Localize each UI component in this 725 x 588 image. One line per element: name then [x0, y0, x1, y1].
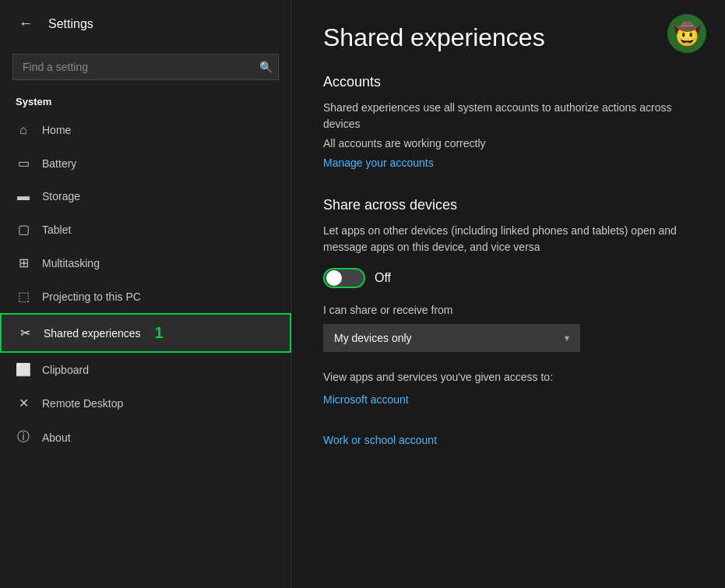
dropdown-value: My devices only: [334, 332, 412, 344]
sidebar-item-tablet[interactable]: ▢ Tablet: [0, 213, 291, 246]
manage-accounts-link[interactable]: Manage your accounts: [323, 157, 434, 169]
multitasking-icon: ⊞: [16, 255, 31, 270]
sidebar-item-multitasking[interactable]: ⊞ Multitasking: [0, 246, 291, 280]
page-title: Shared experiences: [323, 23, 694, 52]
clipboard-icon: ⬜: [16, 362, 31, 377]
annotation-1: 1: [155, 324, 164, 342]
sidebar-item-battery-label: Battery: [42, 157, 76, 170]
sidebar-item-battery[interactable]: ▭ Battery: [0, 146, 291, 180]
main-content: 🤠 Shared experiences Accounts Shared exp…: [292, 0, 725, 588]
accounts-section-header: Accounts: [323, 74, 694, 90]
devices-dropdown[interactable]: My devices only ▾: [323, 324, 580, 352]
tablet-icon: ▢: [16, 222, 31, 237]
toggle-row: Off: [323, 268, 694, 288]
storage-icon: ▬: [16, 189, 31, 203]
remote-icon: ✕: [16, 396, 31, 410]
sidebar-item-remote[interactable]: ✕ Remote Desktop: [0, 386, 291, 420]
sidebar-item-home[interactable]: ⌂ Home: [0, 114, 291, 146]
sidebar-item-about[interactable]: ⓘ About: [0, 420, 291, 455]
share-toggle[interactable]: [323, 268, 365, 288]
sidebar-item-shared[interactable]: ✂ Shared experiences 1: [0, 313, 291, 353]
sidebar-item-projecting-label: Projecting to this PC: [42, 290, 141, 303]
sidebar-item-tablet-label: Tablet: [42, 224, 71, 236]
search-box: 🔍: [12, 54, 279, 80]
avatar-area: 🤠: [667, 14, 706, 53]
home-icon: ⌂: [16, 123, 31, 137]
sidebar-item-storage-label: Storage: [42, 190, 80, 202]
sidebar-title: Settings: [48, 17, 93, 31]
toggle-state-label: Off: [375, 271, 391, 285]
sidebar-item-clipboard[interactable]: ⬜ Clipboard: [0, 353, 291, 386]
about-icon: ⓘ: [16, 429, 31, 445]
sidebar-item-home-label: Home: [42, 124, 71, 136]
sidebar: ← Settings 🔍 System ⌂ Home ▭ Battery ▬ S…: [0, 0, 292, 588]
share-from-label: I can share or receive from: [323, 304, 694, 316]
sidebar-item-remote-label: Remote Desktop: [42, 397, 123, 410]
accounts-status: All accounts are working correctly: [323, 137, 694, 150]
sidebar-item-multitasking-label: Multitasking: [42, 257, 100, 269]
accounts-description: Shared experiences use all system accoun…: [323, 100, 694, 132]
view-apps-label: View apps and services you've given acce…: [323, 371, 694, 383]
projecting-icon: ⬚: [16, 289, 31, 304]
work-school-account-link[interactable]: Work or school account: [323, 434, 437, 446]
system-section-label: System: [0, 93, 291, 114]
sidebar-item-storage[interactable]: ▬ Storage: [0, 180, 291, 213]
share-section-header: Share across devices: [323, 197, 694, 213]
avatar: 🤠: [667, 14, 706, 53]
search-input[interactable]: [12, 54, 279, 80]
battery-icon: ▭: [16, 156, 31, 171]
shared-icon: ✂: [17, 326, 33, 340]
share-description: Let apps on other devices (including lin…: [323, 223, 694, 255]
dropdown-arrow-icon: ▾: [565, 333, 569, 343]
sidebar-header: ← Settings: [0, 0, 291, 48]
sidebar-item-shared-label: Shared experiences: [44, 327, 141, 340]
microsoft-account-link[interactable]: Microsoft account: [323, 393, 409, 406]
back-button[interactable]: ←: [16, 12, 36, 35]
sidebar-item-about-label: About: [42, 431, 71, 444]
sidebar-item-projecting[interactable]: ⬚ Projecting to this PC: [0, 280, 291, 313]
search-icon[interactable]: 🔍: [259, 61, 273, 73]
sidebar-item-clipboard-label: Clipboard: [42, 364, 89, 376]
toggle-knob: [326, 270, 342, 286]
